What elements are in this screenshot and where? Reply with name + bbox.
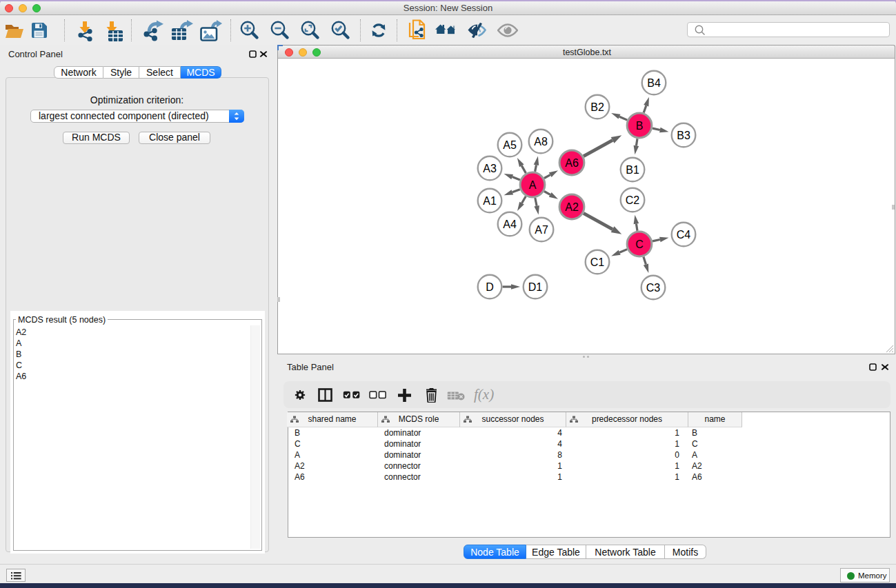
svg-text:B3: B3: [677, 130, 690, 141]
svg-text:A6: A6: [565, 157, 579, 169]
svg-text:B1: B1: [626, 164, 639, 176]
svg-text:C1: C1: [590, 256, 605, 268]
svg-text:A: A: [529, 179, 537, 191]
svg-text:B4: B4: [647, 77, 661, 89]
svg-text:C2: C2: [626, 194, 640, 206]
svg-text:D1: D1: [528, 281, 543, 293]
svg-text:A1: A1: [483, 195, 497, 207]
svg-text:A2: A2: [565, 201, 579, 213]
svg-text:A7: A7: [535, 224, 548, 236]
svg-text:A3: A3: [483, 163, 497, 174]
svg-text:C: C: [635, 239, 644, 250]
svg-text:B: B: [636, 120, 644, 132]
svg-text:B2: B2: [590, 101, 604, 113]
svg-text:C3: C3: [646, 282, 661, 294]
svg-text:A8: A8: [534, 136, 548, 148]
svg-text:A5: A5: [503, 139, 517, 151]
svg-text:A4: A4: [503, 219, 517, 230]
svg-text:D: D: [486, 281, 494, 293]
svg-text:C4: C4: [677, 229, 691, 241]
